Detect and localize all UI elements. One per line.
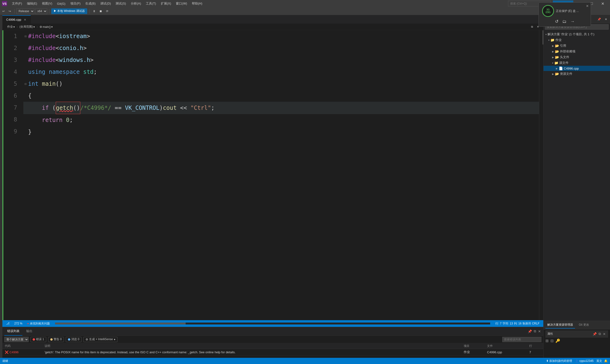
code-editor[interactable]: ⊟#include<iostream> #include<conio.h> #i… <box>21 30 539 320</box>
error-table-row[interactable]: ❌ C4996 'getch': The POSIX name for this… <box>2 349 543 355</box>
scope-dropdown-global[interactable]: (全局范围) ▾ <box>20 25 35 29</box>
scrollbar-thumb[interactable] <box>543 30 543 45</box>
props-pin-button[interactable]: 📌 <box>592 331 597 336</box>
se-hdr-label: 头文件 <box>560 55 569 59</box>
message-count-button[interactable]: 消息 0 <box>66 337 81 342</box>
run-debug-button[interactable]: ▶ 本地 Windows 调试器 <box>51 8 87 14</box>
menu-build[interactable]: 生成(B) <box>83 1 97 6</box>
error-panel: 错误列表 输出 📌 ⧉ ✕ 整个解决方案 错误 1 <box>2 327 543 358</box>
toolbar-extra-1[interactable]: ⏸ <box>91 8 97 14</box>
menu-analyze[interactable]: 分析(A) <box>129 1 143 6</box>
error-dot-red <box>33 338 35 341</box>
col-line-header[interactable]: 行 <box>527 343 543 349</box>
undo-button[interactable]: ↩ <box>1 8 6 14</box>
se-c4996-file-item[interactable]: ▶ 📄 C4996.cpp <box>544 66 610 71</box>
prop-icon-btn-2[interactable]: ⊟ <box>550 338 554 343</box>
menu-window[interactable]: 窗口(W) <box>174 1 189 6</box>
menu-edit[interactable]: 编辑(E) <box>25 1 39 6</box>
se-headers-item[interactable]: ▶ 📂 头文件 <box>544 54 610 60</box>
error-icon-status: ● <box>27 322 29 325</box>
se-project-item[interactable]: ▾ 📁 作业 <box>544 37 610 43</box>
se-tab-explorer[interactable]: 解决方案资源管理器 <box>545 322 575 328</box>
prop-icon-btn-1[interactable]: ⊞ <box>545 338 548 343</box>
redo-button[interactable]: ↪ <box>7 8 13 14</box>
menu-help[interactable]: 帮助(H) <box>190 1 204 6</box>
error-filter-select[interactable]: 整个解决方案 <box>4 337 29 342</box>
panel-float-button[interactable]: ⧉ <box>533 329 537 334</box>
panel-tab-errors[interactable]: 错误列表 <box>4 327 22 336</box>
error-code: C4996 <box>10 351 19 354</box>
col-code-header[interactable]: 代码 <box>2 343 42 349</box>
toolbar-sep-3 <box>89 9 89 13</box>
props-close-button[interactable]: ✕ <box>602 331 606 336</box>
line-label: 行: 7 <box>495 322 501 326</box>
se-external-deps-item[interactable]: ▶ 📂 外部依赖项 <box>544 49 610 54</box>
prop-icon-btn-3[interactable]: 🔑 <box>556 338 560 343</box>
notification-icon[interactable]: 🔔 <box>604 359 608 363</box>
error-line: 7 <box>527 349 543 355</box>
menu-test[interactable]: 测试(S) <box>114 1 128 6</box>
panel-tab-output[interactable]: 输出 <box>23 327 35 336</box>
tab-c4996[interactable]: C4996.cpp ✕ <box>2 15 31 24</box>
toolbar: ↩ ↪ Release x64 ▶ 本地 Windows 调试器 ⏸ ⏹ ⟳ <box>0 7 610 15</box>
bottom-status-bar: 就绪 ⬆ 添加到源代码管理 👤 cppu12345 英文 🔔 <box>0 358 610 364</box>
scroll-indicator-thumb[interactable] <box>55 323 186 325</box>
scrollbar[interactable] <box>539 30 543 320</box>
split-editor-button[interactable]: ⧉ <box>530 24 534 30</box>
toolbar-extra-3[interactable]: ⟳ <box>104 8 110 14</box>
se-res-label: 资源文件 <box>560 72 572 76</box>
menu-debug[interactable]: 调试(D) <box>98 1 113 6</box>
add-to-vcs-label[interactable]: ⬆ 添加到源代码管理 <box>546 359 572 363</box>
status-git-branch[interactable]: ⎇ <box>5 320 11 327</box>
antivirus-folder-button[interactable]: 🗂 <box>562 19 567 24</box>
se-pin-button[interactable]: 📌 <box>596 16 602 22</box>
platform-select[interactable]: x64 <box>35 8 47 14</box>
menu-project[interactable]: 项目(P) <box>68 1 82 6</box>
scope-dropdown-left[interactable]: 作业 ▾ <box>7 25 15 29</box>
antivirus-back-button[interactable]: ↺ <box>555 19 558 24</box>
tab-label-c4996: C4996.cpp <box>6 18 21 21</box>
panel-pin-button[interactable]: 📌 <box>527 329 532 334</box>
code-line-6: { <box>23 90 539 102</box>
se-solution-root[interactable]: ▾ 解决方案 '作业' (1 个项目, 共 1 个) <box>544 31 610 37</box>
status-zoom[interactable]: 272 % <box>13 320 24 327</box>
menu-extensions[interactable]: 扩展(X) <box>159 1 173 6</box>
col-file-header[interactable]: 文件 <box>485 343 527 349</box>
status-errors[interactable]: ● 未找到相关问题 <box>26 320 51 327</box>
menu-git[interactable]: Git(G) <box>55 1 67 6</box>
error-search-input[interactable] <box>502 337 541 342</box>
scope-label: 作业 <box>7 25 13 29</box>
properties-toolbar: ⊞ ⊟ 🔑 <box>545 338 608 343</box>
build-intellisense-button[interactable]: ⚙ 生成 + IntelliSense ▾ <box>83 337 117 342</box>
menu-file[interactable]: 文件(F) <box>10 1 24 6</box>
error-file: C4996.cpp <box>485 349 527 355</box>
panel-close-button[interactable]: ✕ <box>538 329 541 334</box>
se-sources-item[interactable]: ▾ 📁 源文件 <box>544 60 610 66</box>
language-label[interactable]: 英文 <box>597 359 602 363</box>
col-desc-header[interactable]: 说明 <box>42 343 461 349</box>
fold-icon-1[interactable]: ⊟ <box>23 34 28 38</box>
se-hdr-expand-icon: ▶ <box>552 56 554 59</box>
configuration-select[interactable]: Release <box>16 8 34 14</box>
warning-count-button[interactable]: 警告 0 <box>48 337 64 342</box>
scope-dropdown-func[interactable]: ⚙ main() ▾ <box>39 25 53 29</box>
menu-tools[interactable]: 工具(T) <box>144 1 158 6</box>
toolbar-extra-2[interactable]: ⏹ <box>98 8 104 14</box>
se-resources-item[interactable]: ▶ 📂 资源文件 <box>544 71 610 77</box>
props-float-button[interactable]: ⧉ <box>598 331 601 336</box>
se-references-item[interactable]: ▶ 📂 引用 <box>544 43 610 49</box>
status-position[interactable]: 行: 7 字符: 13 列: 16 制表符 CRLF <box>494 320 541 327</box>
col-project-header[interactable]: 项目 <box>461 343 485 349</box>
se-solution-label: 解决方案 '作业' (1 个项目, 共 1 个) <box>547 32 594 37</box>
se-close-button[interactable]: ✕ <box>603 16 609 22</box>
tab-close-c4996[interactable]: ✕ <box>23 18 27 22</box>
se-project-folder-icon: 📁 <box>550 38 555 42</box>
antivirus-close-button[interactable]: ✕ <box>586 4 589 8</box>
scroll-indicator-bar[interactable] <box>55 323 490 325</box>
error-count-button[interactable]: 错误 1 <box>30 337 46 342</box>
fold-icon-5[interactable]: ⊟ <box>23 82 28 86</box>
se-tab-git[interactable]: Git 更改 <box>577 322 591 328</box>
antivirus-forward-button[interactable]: → <box>571 19 575 24</box>
close-button[interactable]: ✕ <box>597 0 608 7</box>
menu-view[interactable]: 视图(V) <box>40 1 54 6</box>
